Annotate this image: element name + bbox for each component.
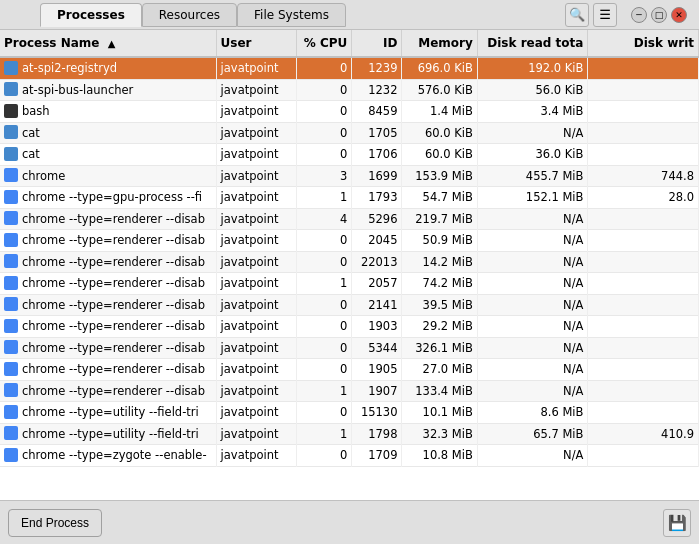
process-name-cell: chrome (0, 165, 216, 187)
table-row[interactable]: chrome --type=gpu-process --fijavatpoint… (0, 187, 699, 209)
process-name-text: at-spi-bus-launcher (22, 83, 133, 97)
col-process-name[interactable]: Process Name ▲ (0, 30, 216, 57)
process-name-text: chrome --type=gpu-process --fi (22, 190, 202, 204)
user-cell: javatpoint (216, 187, 296, 209)
table-row[interactable]: chrome --type=renderer --disabjavatpoint… (0, 294, 699, 316)
disk-write-cell (588, 122, 699, 144)
disk-read-cell: N/A (477, 230, 588, 252)
memory-cell: 576.0 KiB (402, 79, 477, 101)
table-row[interactable]: chrome --type=renderer --disabjavatpoint… (0, 273, 699, 295)
menu-button[interactable]: ☰ (593, 3, 617, 27)
table-row[interactable]: chromejavatpoint31699153.9 MiB455.7 MiB7… (0, 165, 699, 187)
id-cell: 1706 (352, 144, 402, 166)
disk-read-cell: N/A (477, 208, 588, 230)
minimize-button[interactable]: ─ (631, 7, 647, 23)
disk-read-cell: N/A (477, 337, 588, 359)
user-cell: javatpoint (216, 402, 296, 424)
disk-write-cell (588, 402, 699, 424)
cpu-cell: 0 (296, 445, 351, 467)
table-row[interactable]: chrome --type=renderer --disabjavatpoint… (0, 337, 699, 359)
disk-read-cell: N/A (477, 251, 588, 273)
id-cell: 5344 (352, 337, 402, 359)
disk-write-cell (588, 359, 699, 381)
process-name-cell: chrome --type=gpu-process --fi (0, 187, 216, 209)
disk-read-cell: N/A (477, 380, 588, 402)
memory-cell: 39.5 MiB (402, 294, 477, 316)
process-name-text: chrome (22, 169, 65, 183)
table-row[interactable]: chrome --type=renderer --disabjavatpoint… (0, 251, 699, 273)
cpu-cell: 0 (296, 359, 351, 381)
disk-read-cell: 56.0 KiB (477, 79, 588, 101)
process-name-cell: at-spi-bus-launcher (0, 79, 216, 101)
process-icon (4, 297, 18, 311)
process-name-cell: chrome --type=renderer --disab (0, 316, 216, 338)
process-name-text: chrome --type=utility --field-tri (22, 405, 199, 419)
table-row[interactable]: chrome --type=renderer --disabjavatpoint… (0, 380, 699, 402)
col-user[interactable]: User (216, 30, 296, 57)
user-cell: javatpoint (216, 294, 296, 316)
table-row[interactable]: chrome --type=renderer --disabjavatpoint… (0, 208, 699, 230)
maximize-button[interactable]: □ (651, 7, 667, 23)
tab-processes[interactable]: Processes (40, 3, 142, 27)
memory-cell: 10.1 MiB (402, 402, 477, 424)
table-row[interactable]: chrome --type=renderer --disabjavatpoint… (0, 316, 699, 338)
table-row[interactable]: bashjavatpoint084591.4 MiB3.4 MiB (0, 101, 699, 123)
col-id[interactable]: ID (352, 30, 402, 57)
end-process-button[interactable]: End Process (8, 509, 102, 537)
process-icon (4, 426, 18, 440)
disk-write-cell (588, 273, 699, 295)
titlebar: ProcessesResourcesFile Systems 🔍 ☰ ─ □ ✕ (0, 0, 699, 30)
memory-cell: 50.9 MiB (402, 230, 477, 252)
table-row[interactable]: at-spi2-registrydjavatpoint01239696.0 Ki… (0, 57, 699, 79)
table-row[interactable]: chrome --type=zygote --enable-javatpoint… (0, 445, 699, 467)
process-name-text: chrome --type=renderer --disab (22, 276, 205, 290)
col-cpu[interactable]: % CPU (296, 30, 351, 57)
save-button[interactable]: 💾 (663, 509, 691, 537)
id-cell: 2045 (352, 230, 402, 252)
user-cell: javatpoint (216, 273, 296, 295)
process-icon (4, 276, 18, 290)
process-name-text: chrome --type=renderer --disab (22, 298, 205, 312)
table-row[interactable]: catjavatpoint0170660.0 KiB36.0 KiB (0, 144, 699, 166)
process-name-text: chrome --type=renderer --disab (22, 212, 205, 226)
tab-bar: ProcessesResourcesFile Systems (40, 3, 346, 27)
table-row[interactable]: chrome --type=utility --field-trijavatpo… (0, 402, 699, 424)
id-cell: 2141 (352, 294, 402, 316)
disk-read-cell: 152.1 MiB (477, 187, 588, 209)
id-cell: 8459 (352, 101, 402, 123)
cpu-cell: 0 (296, 402, 351, 424)
id-cell: 1699 (352, 165, 402, 187)
process-name-text: chrome --type=renderer --disab (22, 341, 205, 355)
col-disk-read[interactable]: Disk read tota (477, 30, 588, 57)
cpu-cell: 1 (296, 380, 351, 402)
memory-cell: 60.0 KiB (402, 122, 477, 144)
id-cell: 22013 (352, 251, 402, 273)
disk-read-cell: 8.6 MiB (477, 402, 588, 424)
table-row[interactable]: chrome --type=utility --field-trijavatpo… (0, 423, 699, 445)
bottom-bar: End Process 💾 (0, 500, 699, 544)
process-table: Process Name ▲ User % CPU ID Memory Disk… (0, 30, 699, 467)
col-disk-write[interactable]: Disk writ (588, 30, 699, 57)
table-row[interactable]: chrome --type=renderer --disabjavatpoint… (0, 230, 699, 252)
process-name-text: chrome --type=renderer --disab (22, 255, 205, 269)
col-memory[interactable]: Memory (402, 30, 477, 57)
table-row[interactable]: at-spi-bus-launcherjavatpoint01232576.0 … (0, 79, 699, 101)
close-button[interactable]: ✕ (671, 7, 687, 23)
tab-file-systems[interactable]: File Systems (237, 3, 346, 27)
user-cell: javatpoint (216, 423, 296, 445)
cpu-cell: 0 (296, 294, 351, 316)
memory-cell: 14.2 MiB (402, 251, 477, 273)
process-icon (4, 61, 18, 75)
user-cell: javatpoint (216, 251, 296, 273)
table-row[interactable]: chrome --type=renderer --disabjavatpoint… (0, 359, 699, 381)
search-button[interactable]: 🔍 (565, 3, 589, 27)
disk-read-cell: N/A (477, 294, 588, 316)
table-row[interactable]: catjavatpoint0170560.0 KiBN/A (0, 122, 699, 144)
disk-write-cell (588, 445, 699, 467)
tab-resources[interactable]: Resources (142, 3, 237, 27)
process-name-text: chrome --type=renderer --disab (22, 233, 205, 247)
user-cell: javatpoint (216, 445, 296, 467)
user-cell: javatpoint (216, 230, 296, 252)
disk-write-cell (588, 101, 699, 123)
disk-write-cell (588, 208, 699, 230)
